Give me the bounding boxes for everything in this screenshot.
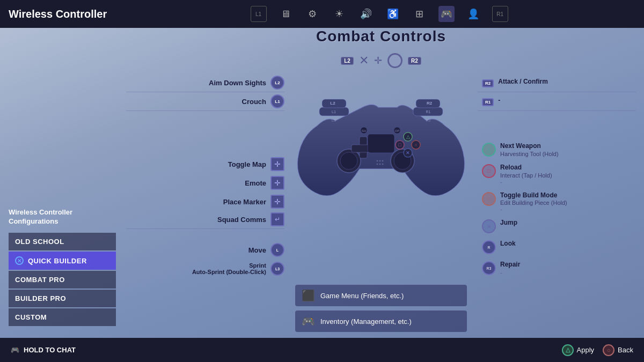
config-item-custom[interactable]: CUSTOM — [9, 308, 116, 326]
right-spacer — [478, 113, 636, 139]
left-spacer — [126, 113, 284, 156]
config-item-combat-pro[interactable]: COMBAT PRO — [9, 271, 116, 289]
game-menu-row[interactable]: ⬛ Game Menu (Friends, etc.) — [295, 285, 467, 306]
r2-badge-right: R2 — [482, 79, 494, 87]
bottom-buttons-area: ⬛ Game Menu (Friends, etc.) 🎮 Inventory … — [295, 285, 467, 332]
squad-comms-button[interactable]: ↵ — [270, 212, 284, 226]
sprint-row: SprintAuto-Sprint (Double-Click) L3 — [126, 260, 284, 277]
toggle-build-row: ○ Toggle Build Mode Edit Building Piece … — [478, 189, 636, 215]
top-nav-icons: L1 🖥 ⚙ ☀ 🔊 ♿ ⊞ 🎮 👤 R1 — [123, 6, 635, 22]
bottom-bar: 🎮 HOLD TO CHAT △ Apply ○ Back — [0, 338, 644, 362]
crouch-row: Crouch L1 — [126, 94, 284, 111]
sprint-label: SprintAuto-Sprint (Double-Click) — [126, 262, 270, 275]
svg-text:L1: L1 — [332, 110, 336, 114]
triangle-button: △ — [482, 143, 496, 157]
jump-row: ✕ Jump — [478, 216, 636, 235]
emote-label: Emote — [126, 179, 270, 187]
plus-symbol: ✛ — [374, 55, 382, 67]
controller-icon[interactable]: 🎮 — [438, 6, 455, 22]
toggle-map-label: Toggle Map — [126, 160, 270, 168]
jump-label: Jump — [500, 218, 517, 227]
r1-dash-row: R1 - — [478, 94, 636, 111]
config-item-old-school[interactable]: OLD SCHOOL — [9, 233, 116, 250]
left-label-area: Aim Down Sights L2 Crouch L1 Toggle M — [126, 75, 284, 279]
repair-dash: - — [500, 269, 520, 276]
apply-action[interactable]: △ Apply — [562, 344, 595, 356]
svg-point-34 — [382, 164, 384, 165]
look-label: Look — [500, 239, 516, 248]
svg-point-33 — [379, 164, 381, 165]
build-dash: - — [500, 206, 567, 212]
move-row: Move L — [126, 241, 284, 258]
svg-point-9 — [340, 152, 357, 169]
game-menu-icon: ⬛ — [302, 289, 315, 302]
audio-icon[interactable]: 🔊 — [358, 6, 374, 22]
display-icon[interactable]: 🖥 — [277, 6, 294, 22]
inventory-row[interactable]: 🎮 Inventory (Management, etc.) — [295, 311, 467, 332]
cross-button: ✕ — [482, 219, 496, 233]
l1-icon: L1 — [251, 6, 267, 22]
brightness-icon[interactable]: ☀ — [331, 6, 347, 22]
look-row: R Look — [478, 237, 636, 256]
left-sidebar: Wireless Controller Configurations OLD S… — [0, 28, 118, 338]
next-weapon-row: △ Next Weapon Harvesting Tool (Hold) — [478, 139, 636, 159]
reload-row: □ Reload Interact (Tap / Hold) - — [478, 161, 636, 187]
l1-button[interactable]: L1 — [270, 94, 284, 108]
profile-icon[interactable]: 👤 — [465, 6, 481, 22]
apply-label: Apply — [577, 346, 595, 354]
svg-text:OP: OP — [395, 129, 400, 132]
repair-stick: R3 — [482, 261, 496, 275]
back-action[interactable]: ○ Back — [603, 344, 633, 356]
look-stick: R — [482, 240, 496, 254]
game-menu-label: Game Menu (Friends, etc.) — [320, 292, 404, 300]
back-label: Back — [618, 346, 633, 354]
config-item-builder-pro[interactable]: BUILDER PRO — [9, 290, 116, 307]
controller-image: L2 R2 L1 R1 — [284, 78, 478, 206]
svg-text:R1: R1 — [426, 110, 431, 114]
svg-rect-22 — [368, 134, 394, 153]
r1-label: - — [498, 96, 500, 105]
next-weapon-label: Next Weapon — [500, 142, 559, 151]
touchpad-symbol — [387, 53, 402, 68]
svg-text:L3: L3 — [332, 119, 336, 122]
left-spacer2 — [126, 231, 284, 241]
repair-label: Repair — [500, 260, 520, 269]
chat-icon: 🎮 — [11, 346, 19, 354]
config-item-quick-builder[interactable]: ✕ QUICK BUILDER — [9, 252, 116, 270]
hold-to-chat[interactable]: 🎮 HOLD TO CHAT — [11, 346, 76, 354]
accessibility-icon[interactable]: ♿ — [385, 6, 401, 22]
edit-building-label: Edit Building Piece (Hold) — [500, 200, 567, 206]
l2-button[interactable]: L2 — [270, 76, 284, 90]
config-list: OLD SCHOOL ✕ QUICK BUILDER COMBAT PRO BU… — [9, 233, 116, 327]
svg-point-31 — [382, 160, 384, 162]
circle-o-button: ○ — [482, 192, 496, 206]
squad-comms-label: Squad Comms — [126, 216, 270, 224]
l2-badge: L2 — [341, 57, 354, 65]
move-stick[interactable]: L — [270, 243, 284, 257]
svg-point-32 — [377, 164, 378, 165]
controller-top-symbols: L2 ✕ ✛ R2 — [341, 53, 421, 68]
top-bar: Wireless Controller L1 🖥 ⚙ ☀ 🔊 ♿ ⊞ 🎮 👤 R… — [0, 0, 644, 28]
svg-text:✕: ✕ — [406, 150, 410, 156]
aim-down-sights-row: Aim Down Sights L2 — [126, 75, 284, 92]
r1-icon: R1 — [492, 6, 508, 22]
main-content: Wireless Controller Configurations OLD S… — [0, 28, 644, 338]
inventory-icon: 🎮 — [302, 315, 315, 328]
r1-badge-right: R1 — [482, 98, 494, 106]
svg-text:△: △ — [406, 134, 410, 139]
place-marker-button[interactable]: ✛ — [270, 195, 284, 209]
emote-button[interactable]: ✛ — [270, 176, 284, 190]
svg-text:○: ○ — [414, 142, 417, 147]
settings-icon[interactable]: ⚙ — [304, 6, 320, 22]
place-marker-row: Place Marker ✛ — [126, 193, 284, 210]
svg-point-29 — [377, 160, 378, 162]
attack-confirm-label: Attack / Confirm — [498, 77, 548, 86]
svg-text:□: □ — [398, 142, 401, 147]
crouch-label: Crouch — [126, 98, 270, 106]
network-icon[interactable]: ⊞ — [412, 6, 428, 22]
toggle-map-button[interactable]: ✛ — [270, 157, 284, 171]
svg-text:R2: R2 — [427, 101, 433, 106]
sprint-button[interactable]: L3 — [270, 262, 284, 276]
square-button: □ — [482, 164, 496, 178]
attack-confirm-row: R2 Attack / Confirm — [478, 75, 636, 92]
